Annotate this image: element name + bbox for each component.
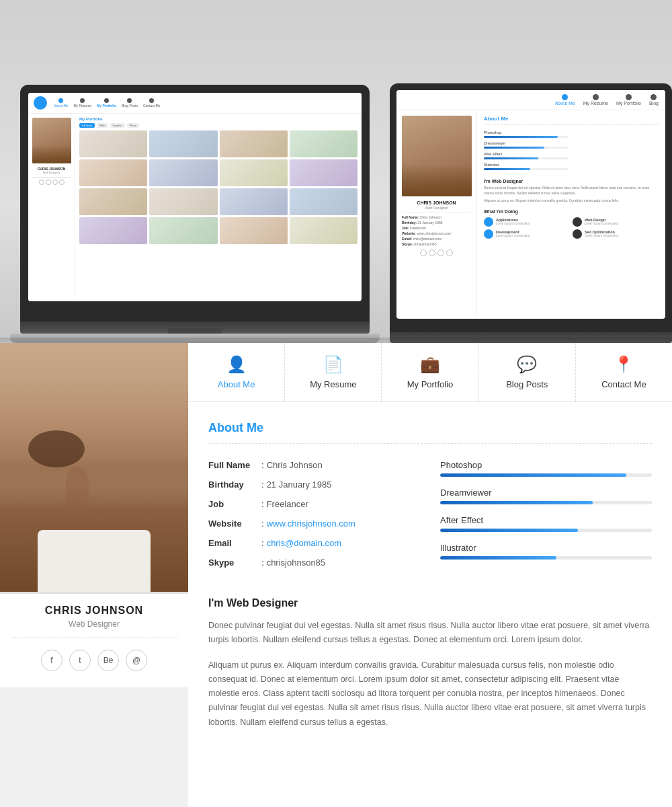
resume-icon: 📄 — [323, 355, 343, 374]
tab-blog[interactable]: 💬 Blog Posts — [479, 343, 576, 401]
laptop-screen: About Me My Resume My Portfolio Blo — [28, 93, 362, 301]
portfolio-detail-section: CHRIS JOHNSON Web Designer f t Be @ 👤 Ab… — [0, 343, 672, 807]
about-content: About Me Full Name : Chris Johnson Birth… — [188, 402, 672, 759]
tab-contact[interactable]: 📍 Contact Me — [576, 343, 672, 401]
tab-about-label: About Me — [218, 379, 255, 389]
tab-about[interactable]: 👤 About Me — [188, 343, 285, 401]
bio-paragraph-1: Donec pulvinar feugiat dui vel egestas. … — [208, 619, 652, 648]
full-name-label: Full Name — [208, 460, 259, 470]
tablet-mockup: About Me My Resume My Portfolio Blog — [390, 83, 672, 343]
facebook-icon[interactable]: f — [41, 650, 62, 671]
bio-heading: I'm Web Designer — [208, 597, 652, 609]
birthday-label: Birthday — [208, 479, 259, 490]
blog-icon: 💬 — [517, 355, 537, 374]
tablet-screen: About Me My Resume My Portfolio Blog — [396, 90, 665, 319]
about-icon: 👤 — [226, 355, 247, 374]
email-icon[interactable]: @ — [126, 650, 147, 671]
mockup-section: About Me My Resume My Portfolio Blo — [0, 0, 672, 343]
tab-resume[interactable]: 📄 My Resume — [285, 343, 382, 401]
tab-contact-label: Contact Me — [601, 379, 646, 389]
job-value: Freelancer — [267, 499, 308, 509]
skill-aftereffect-bar — [440, 529, 578, 532]
skills-section: Photoshop Dreamviewer After Effect — [440, 460, 652, 577]
skype-label: Skype — [208, 558, 259, 568]
personal-info: Full Name : Chris Johnson Birthday : 21 … — [208, 460, 420, 577]
navigation-tabs: 👤 About Me 📄 My Resume 💼 My Portfolio 💬 … — [188, 343, 672, 402]
behance-icon[interactable]: Be — [97, 650, 119, 671]
tab-resume-label: My Resume — [310, 379, 356, 389]
bio-paragraph-2: Aliquam ut purus ex. Aliquam interdum co… — [208, 658, 652, 730]
website-label: Website — [208, 518, 259, 529]
skill-dreamviewer: Dreamviewer — [440, 488, 652, 504]
skill-illustrator: Illustrator — [440, 543, 652, 560]
profile-name: CHRIS JOHNSON — [11, 605, 177, 617]
profile-photo — [0, 343, 188, 592]
skype-value: chrisjohnson85 — [267, 558, 325, 568]
twitter-icon[interactable]: t — [69, 650, 91, 671]
profile-sidebar: CHRIS JOHNSON Web Designer f t Be @ — [0, 343, 188, 807]
tab-portfolio[interactable]: 💼 My Portfolio — [382, 343, 478, 401]
contact-icon: 📍 — [614, 355, 634, 374]
tab-portfolio-label: My Portfolio — [407, 379, 454, 389]
birthday-value: 21 January 1985 — [267, 479, 332, 490]
skill-aftereffect: After Effect — [440, 515, 652, 532]
laptop-mockup: About Me My Resume My Portfolio Blo — [20, 85, 370, 343]
email-label: Email — [208, 538, 259, 548]
full-name-value: Chris Johnson — [267, 460, 323, 470]
profile-title: Web Designer — [11, 619, 177, 629]
skill-illustrator-bar — [440, 556, 556, 560]
job-label: Job — [208, 499, 259, 509]
skill-dreamviewer-bar — [440, 501, 593, 504]
skill-photoshop: Photoshop — [440, 460, 652, 477]
website-value: www.chrisjohnson.com — [267, 518, 355, 529]
tab-blog-label: Blog Posts — [506, 379, 548, 389]
main-content: 👤 About Me 📄 My Resume 💼 My Portfolio 💬 … — [188, 343, 672, 807]
email-value: chris@domain.com — [267, 538, 341, 548]
about-title: About Me — [208, 421, 652, 435]
skill-photoshop-bar — [440, 473, 626, 477]
portfolio-icon: 💼 — [420, 355, 440, 374]
